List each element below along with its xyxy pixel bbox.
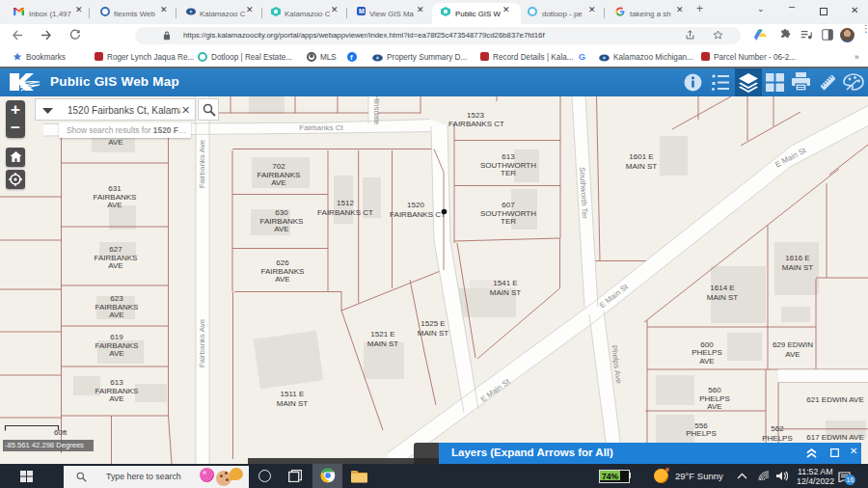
svg-text:Fairbanks Ct: Fairbanks Ct: [299, 123, 343, 132]
svg-text:617 EDWIN AVE: 617 EDWIN AVE: [806, 433, 863, 442]
svg-text:562: 562: [771, 424, 784, 433]
svg-text:AVE: AVE: [274, 225, 288, 233]
svg-text:MAIN ST: MAIN ST: [626, 162, 658, 171]
svg-text:1512: 1512: [337, 199, 354, 207]
svg-text:PHELPS: PHELPS: [762, 434, 793, 443]
svg-text:AVE: AVE: [108, 138, 122, 147]
svg-text:AVE: AVE: [109, 394, 123, 403]
svg-text:629 EDWIN: 629 EDWIN: [773, 340, 813, 349]
svg-text:MAIN ST: MAIN ST: [277, 399, 309, 408]
svg-text:1616 E: 1616 E: [785, 254, 809, 262]
svg-text:MAIN ST: MAIN ST: [367, 339, 399, 348]
svg-text:MAIN ST: MAIN ST: [782, 263, 814, 272]
svg-text:PHELPS: PHELPS: [686, 429, 717, 438]
svg-text:FAIRBANKS CT: FAIRBANKS CT: [448, 120, 504, 128]
svg-text:AVE: AVE: [707, 402, 721, 411]
svg-text:1525 E: 1525 E: [420, 319, 445, 328]
svg-text:621 EDWIN AVE: 621 EDWIN AVE: [806, 395, 863, 404]
svg-text:60ft: 60ft: [54, 428, 68, 437]
svg-text:Fairbanks Ave: Fairbanks Ave: [198, 139, 206, 188]
svg-text:1511 E: 1511 E: [281, 390, 305, 398]
svg-text:Hinsdale: Hinsdale: [372, 96, 381, 125]
svg-text:MAIN ST: MAIN ST: [707, 293, 739, 302]
svg-text:Fairbanks Ave: Fairbanks Ave: [198, 318, 206, 367]
svg-text:AVE: AVE: [699, 357, 714, 366]
svg-text:1520: 1520: [407, 201, 424, 209]
svg-text:TER: TER: [501, 217, 516, 226]
svg-text:1523: 1523: [467, 111, 484, 120]
svg-text:FAIRBANKS CT: FAIRBANKS CT: [390, 210, 446, 219]
svg-text:1614 E: 1614 E: [710, 284, 734, 292]
svg-text:AVE: AVE: [271, 178, 285, 187]
svg-text:FAIRBANKS CT: FAIRBANKS CT: [317, 208, 373, 217]
svg-text:MAIN ST: MAIN ST: [490, 288, 522, 297]
svg-text:1521 E: 1521 E: [370, 330, 394, 339]
svg-text:1541 E: 1541 E: [493, 279, 517, 287]
svg-text:MAIN ST: MAIN ST: [418, 329, 449, 338]
svg-text:AVE: AVE: [275, 275, 289, 284]
svg-text:AVE: AVE: [109, 311, 123, 319]
svg-text:AVE: AVE: [107, 201, 122, 209]
svg-text:AVE: AVE: [109, 349, 123, 358]
svg-text:AVE: AVE: [785, 350, 800, 359]
svg-text:AVE: AVE: [108, 261, 122, 270]
svg-text:1601 E: 1601 E: [629, 152, 653, 161]
svg-text:TER: TER: [501, 169, 516, 177]
